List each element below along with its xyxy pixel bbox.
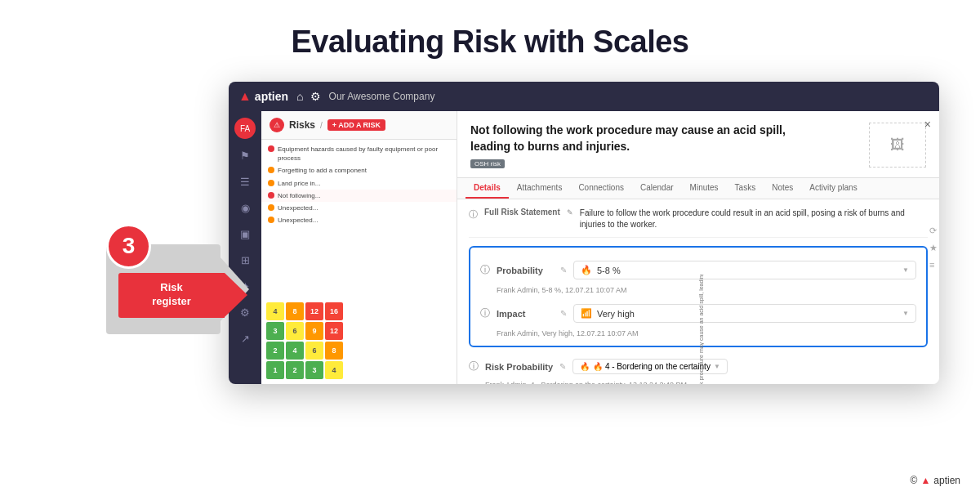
risk-panel: Risks / + ADD A RISK Equipment hazards c… (261, 111, 457, 384)
matrix-cell: 12 (325, 322, 343, 340)
sidebar-icon-3[interactable]: ◉ (235, 198, 255, 217)
topbar-company: Our Awesome Company (329, 91, 435, 102)
avatar: FA (234, 118, 256, 139)
risk-dot (268, 180, 274, 186)
matrix-cell: 8 (325, 342, 343, 360)
tab-details[interactable]: Details (466, 178, 509, 199)
arrow-shape: Risk register 3 (106, 228, 253, 375)
risk-text: Unexpected... (278, 203, 318, 212)
list-item[interactable]: Not following... (261, 190, 457, 202)
matrix-grid: 4 8 12 16 3 6 9 12 2 4 6 8 (266, 302, 452, 379)
step-container: Risk register 3 (106, 228, 253, 375)
risk-list: Equipment hazards caused by faulty equip… (261, 140, 457, 297)
image-placeholder: 🖼 (869, 123, 926, 168)
probability-value: 5-8 % (597, 266, 621, 275)
impact-dropdown[interactable]: 📶 Very high (573, 304, 916, 323)
probability-icon: 🔥 (581, 265, 592, 275)
list-item[interactable]: Unexpected... (261, 214, 457, 226)
matrix-cell: 1 (266, 361, 284, 379)
red-arrow-body: Risk register (118, 273, 247, 318)
risks-title: Risks (289, 119, 315, 131)
aptien-logo-text: aptien (255, 90, 288, 103)
risk-prob-info-icon[interactable]: ⓘ (469, 360, 479, 373)
full-risk-label: Full Risk Statement (484, 208, 560, 217)
tab-calendar[interactable]: Calendar (632, 178, 682, 199)
risk-text: Unexpected... (278, 216, 318, 225)
tab-attachments[interactable]: Attachments (509, 178, 571, 199)
risk-dot (268, 145, 274, 152)
right-icon-2[interactable]: ★ (929, 243, 938, 253)
impact-value: Very high (597, 309, 635, 319)
probability-dropdown[interactable]: 🔥 5-8 % (573, 261, 916, 279)
list-item[interactable]: Unexpected... (261, 202, 457, 214)
matrix-cell: 4 (266, 302, 284, 320)
risk-panel-header: Risks / + ADD A RISK (261, 111, 457, 140)
tab-activity-plans[interactable]: Activity plans (801, 178, 865, 199)
step-number-badge: 3 (106, 224, 151, 269)
right-icon-3[interactable]: ≡ (929, 260, 938, 270)
detail-header-content: Not following the work procedure may cau… (470, 123, 797, 169)
right-icon-1[interactable]: ⟳ (929, 226, 938, 236)
copyright: © ▲ aptien (911, 475, 960, 486)
tab-tasks[interactable]: Tasks (727, 178, 764, 199)
matrix-cell: 9 (305, 322, 323, 340)
matrix-cell: 3 (305, 361, 323, 379)
risk-dot (268, 217, 274, 223)
settings-icon[interactable]: ⚙ (310, 90, 321, 103)
breadcrumb-slash: / (320, 121, 323, 130)
risk-matrix: 4 8 12 16 3 6 9 12 2 4 6 8 (261, 297, 457, 384)
matrix-cell: 4 (325, 361, 343, 379)
risk-prob-edit-icon[interactable]: ✎ (559, 362, 566, 371)
risk-dot (268, 192, 274, 199)
tab-connections[interactable]: Connections (570, 178, 632, 199)
matrix-cell: 8 (286, 302, 304, 320)
matrix-cell: 6 (305, 342, 323, 360)
risk-dot (268, 204, 274, 211)
red-arrow: Risk register (118, 273, 247, 318)
impact-edit-icon[interactable]: ✎ (560, 309, 567, 318)
close-button[interactable]: × (924, 118, 931, 131)
matrix-cell: 4 (286, 342, 304, 360)
list-item[interactable]: Equipment hazards caused by faulty equip… (261, 143, 457, 164)
risk-register-label: Risk register (118, 273, 225, 318)
risk-prob-label: Risk Probability (485, 362, 553, 372)
impact-info-icon[interactable]: ⓘ (480, 306, 490, 320)
risk-text: Equipment hazards caused by faulty equip… (278, 145, 450, 163)
probability-edit-icon[interactable]: ✎ (560, 266, 567, 275)
matrix-cell: 3 (266, 322, 284, 340)
probability-info-icon[interactable]: ⓘ (480, 263, 490, 277)
vertical-label: Not following the work procedure may cau… (698, 275, 704, 384)
impact-icon: 📶 (581, 308, 592, 319)
app-body: FA ⚑ ☰ ◉ ▣ ⊞ ✦ ⚙ ↗ Risks / + ADD A RISK (229, 111, 939, 384)
red-arrow-tip (225, 273, 247, 317)
matrix-cell: 2 (266, 342, 284, 360)
edit-icon[interactable]: ✎ (567, 208, 573, 217)
page-title: Evaluating Risk with Scales (0, 0, 980, 60)
chevron-down-icon: ▼ (714, 363, 720, 370)
matrix-cell: 2 (286, 361, 304, 379)
osh-badge: OSH risk (470, 159, 505, 168)
risk-dot (268, 167, 274, 173)
probability-label: Probability (497, 266, 554, 275)
content-area: Risk register 3 ▲ aptien ⌂ ⚙ Our Awesome… (0, 106, 980, 496)
app-window: ▲ aptien ⌂ ⚙ Our Awesome Company FA ⚑ ☰ … (229, 82, 939, 384)
matrix-cell: 16 (325, 302, 343, 320)
risk-prob-icon: 🔥 (580, 362, 590, 371)
risk-text: Forgetting to add a component (278, 166, 367, 175)
tab-notes[interactable]: Notes (764, 178, 801, 199)
detail-title: Not following the work procedure may cau… (470, 123, 797, 154)
home-icon[interactable]: ⌂ (296, 90, 303, 103)
app-topbar: ▲ aptien ⌂ ⚙ Our Awesome Company (229, 82, 939, 111)
info-icon: ⓘ (469, 208, 478, 221)
sidebar-icon-1[interactable]: ⚑ (235, 145, 255, 165)
full-risk-value: Failure to follow the work procedure cou… (580, 208, 928, 230)
aptien-logo-icon: ▲ (238, 89, 252, 104)
copyright-symbol: © (911, 475, 918, 486)
tab-minutes[interactable]: Minutes (682, 178, 727, 199)
risk-text: Land price in... (278, 179, 320, 188)
list-item[interactable]: Forgetting to add a component (261, 164, 457, 177)
sidebar-icon-2[interactable]: ☰ (235, 172, 255, 191)
list-item[interactable]: Land price in... (261, 177, 457, 190)
add-risk-button[interactable]: + ADD A RISK (327, 119, 385, 131)
risk-prob-dropdown[interactable]: 🔥 🔥 4 - Bordering on the certainty ▼ (572, 359, 728, 374)
